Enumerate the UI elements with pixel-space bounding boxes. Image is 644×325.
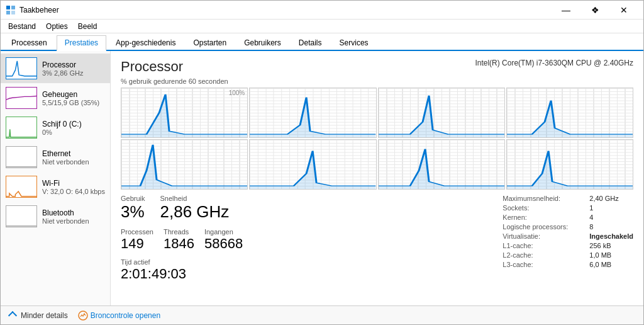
spec-label-4: Virtualisatie: (502, 232, 584, 240)
footer: Minder details Broncontrole openen (1, 305, 643, 324)
spec-row-1: Sockets: 1 (502, 204, 633, 212)
bluetooth-info: Bluetooth Niet verbonden (42, 208, 105, 225)
stats-left: Gebruik 3% Snelheid 2,86 GHz Processen (121, 195, 243, 282)
processor-info: Processor 3% 2,86 GHz (42, 60, 105, 77)
window-title: Taakbeheer (19, 6, 59, 14)
maximize-button[interactable]: ❖ (580, 1, 609, 20)
spec-value-0: 2,40 GHz (589, 195, 618, 202)
tab-app-geschiedenis[interactable]: App-geschiedenis (108, 35, 184, 50)
memory-thumbnail (6, 87, 37, 109)
spec-value-5: 256 kB (589, 242, 611, 249)
tab-prestaties[interactable]: Prestaties (57, 35, 106, 51)
memory-name: Geheugen (42, 90, 105, 99)
processes-value: 149 (121, 236, 153, 252)
handles-value: 58668 (204, 236, 243, 252)
graphs-row-2 (121, 139, 633, 190)
main-window: Taakbeheer — ❖ ✕ Bestand Opties Beeld Pr… (0, 0, 644, 325)
usage-value: 3% (121, 202, 145, 222)
spec-row-0: Maximumsnelheid: 2,40 GHz (502, 195, 633, 202)
spec-value-2: 4 (589, 214, 593, 221)
spec-label-0: Maximumsnelheid: (502, 195, 584, 202)
memory-sub: 5,5/15,9 GB (35%) (42, 99, 105, 106)
spec-row-4: Virtualisatie: Ingeschakeld (502, 232, 633, 240)
sidebar-item-processor[interactable]: Processor 3% 2,86 GHz (1, 54, 110, 83)
sidebar-item-disk[interactable]: Schijf 0 (C:) 0% (1, 113, 110, 142)
tab-gebruikers[interactable]: Gebruikers (236, 35, 289, 50)
ethernet-name: Ethernet (42, 149, 105, 158)
sidebar-item-wifi[interactable]: Wi-Fi V: 32,0 O: 64,0 kbps (1, 172, 110, 202)
svg-rect-3 (11, 11, 15, 14)
spec-row-7: L3-cache: 6,0 MB (502, 261, 633, 268)
sidebar-item-bluetooth[interactable]: Bluetooth Niet verbonden (1, 202, 110, 231)
bluetooth-sub: Niet verbonden (42, 217, 105, 225)
tab-details[interactable]: Details (291, 35, 330, 50)
handles-group: Ingangen 58668 (204, 228, 243, 252)
spec-row-3: Logische processors: 8 (502, 223, 633, 231)
spec-label-1: Sockets: (502, 204, 584, 212)
menu-opties[interactable]: Opties (41, 21, 73, 32)
svg-marker-8 (121, 145, 247, 189)
spec-row-5: L1-cache: 256 kB (502, 242, 633, 249)
graph-cell-8 (506, 139, 633, 190)
tab-processen[interactable]: Processen (3, 35, 55, 50)
svg-marker-4 (121, 94, 247, 137)
spec-value-7: 6,0 MB (589, 261, 611, 268)
menu-bestand[interactable]: Bestand (3, 21, 41, 32)
resource-monitor-label: Broncontrole openen (91, 311, 160, 320)
svg-marker-10 (379, 149, 504, 189)
menu-beeld[interactable]: Beeld (73, 21, 103, 32)
ethernet-sub: Niet verbonden (42, 158, 105, 166)
spec-row-2: Kernen: 4 (502, 214, 633, 221)
ethernet-thumbnail (6, 146, 37, 168)
wifi-sub: V: 32,0 O: 64,0 kbps (42, 188, 105, 195)
sidebar-item-memory[interactable]: Geheugen 5,5/15,9 GB (35%) (1, 83, 110, 113)
wifi-info: Wi-Fi V: 32,0 O: 64,0 kbps (42, 179, 105, 195)
spec-value-1: 1 (589, 204, 593, 212)
graph-cell-3 (378, 88, 505, 138)
processes-label: Processen (121, 228, 153, 236)
svg-marker-9 (250, 151, 375, 189)
uptime-label: Tijd actief (121, 258, 243, 266)
close-button[interactable]: ✕ (609, 1, 638, 20)
graph-label: % gebruik gedurende 60 seconden (121, 77, 633, 85)
spec-value-3: 8 (589, 223, 593, 231)
disk-sub: 0% (42, 128, 105, 136)
spec-label-6: L2-cache: (502, 251, 584, 259)
bluetooth-name: Bluetooth (42, 208, 105, 217)
content-area: Processor 3% 2,86 GHz Geheugen 5,5/15,9 … (1, 51, 643, 305)
spec-label-3: Logische processors: (502, 223, 584, 231)
page-title: Processor (121, 59, 183, 75)
spec-value-4: Ingeschakeld (589, 232, 633, 240)
percent-label-1: 100% (229, 89, 245, 96)
disk-thumbnail (6, 117, 37, 139)
cpu-model: Intel(R) Core(TM) i7-3630QM CPU @ 2.40GH… (475, 59, 633, 67)
graph-cell-7 (378, 139, 505, 190)
title-controls: — ❖ ✕ (552, 1, 638, 20)
tab-bar: Processen Prestaties App-geschiedenis Op… (1, 33, 643, 51)
spec-label-2: Kernen: (502, 214, 584, 221)
less-details-label: Minder details (21, 311, 68, 320)
speed-label: Snelheid (160, 195, 230, 202)
graph-cell-2 (249, 88, 376, 138)
resource-monitor-button[interactable]: Broncontrole openen (78, 311, 160, 321)
main-header: Processor Intel(R) Core(TM) i7-3630QM CP… (121, 59, 633, 75)
specs-panel: Maximumsnelheid: 2,40 GHz Sockets: 1 Ker… (502, 195, 633, 282)
spec-label-7: L3-cache: (502, 261, 584, 268)
svg-marker-7 (507, 101, 633, 138)
speed-value: 2,86 GHz (160, 202, 230, 222)
less-details-button[interactable]: Minder details (8, 311, 68, 321)
sidebar-item-ethernet[interactable]: Ethernet Niet verbonden (1, 142, 110, 172)
uptime-value: 2:01:49:03 (121, 266, 243, 282)
minimize-button[interactable]: — (552, 1, 580, 20)
tab-opstarten[interactable]: Opstarten (185, 35, 235, 50)
processes-group: Processen 149 (121, 228, 153, 252)
menu-bar: Bestand Opties Beeld (1, 20, 643, 33)
svg-rect-2 (6, 11, 10, 14)
disk-name: Schijf 0 (C:) (42, 120, 105, 128)
resource-monitor-icon (78, 311, 88, 321)
usage-group: Gebruik 3% (121, 195, 145, 222)
app-icon (6, 5, 16, 15)
graph-cell-6 (249, 139, 376, 190)
graph-cell-5 (121, 139, 248, 190)
tab-services[interactable]: Services (331, 35, 377, 50)
